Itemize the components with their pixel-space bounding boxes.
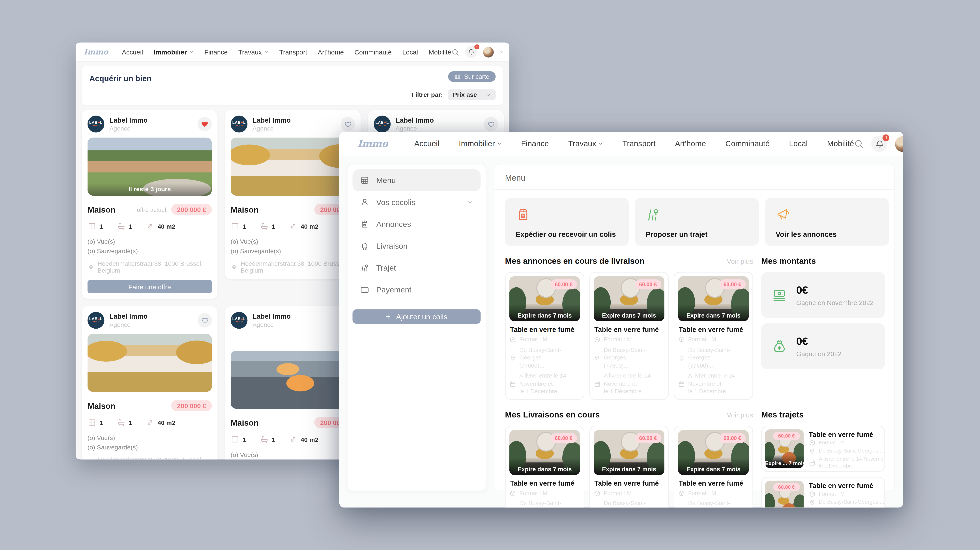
delivery-card[interactable]: 60.00 € Expire dans 7 mois Table en verr… xyxy=(589,272,669,400)
nav-accueil[interactable]: Accueil xyxy=(122,48,143,56)
nav-immobilier[interactable]: Immobilier xyxy=(154,48,194,56)
megaphone-icon xyxy=(776,207,791,222)
agency-logo: LAB≡LIMMO xyxy=(374,116,391,132)
nav-arthome[interactable]: Art'home xyxy=(318,48,344,56)
faire-une-offre-button[interactable]: Faire une offre xyxy=(88,280,212,293)
sidebar-item-menu[interactable]: Menu xyxy=(352,169,480,191)
expire-badge: Expire dans 7 mois xyxy=(509,458,580,475)
profile-chevron-icon[interactable] xyxy=(499,49,504,54)
cash-icon xyxy=(771,287,788,303)
expire-badge: Expire dans 7 mois xyxy=(509,304,580,321)
favorite-button[interactable] xyxy=(484,117,498,131)
favorite-button[interactable] xyxy=(197,117,212,131)
delivery-card[interactable]: 60.00 € Expire dans 7 mois Table en verr… xyxy=(505,426,584,508)
nav-arthome[interactable]: Art'home xyxy=(675,139,706,148)
property-photo[interactable] xyxy=(231,351,355,409)
ajouter-un-colis-button[interactable]: + Ajouter un colis xyxy=(352,309,480,324)
agency-name: Label Immo xyxy=(396,116,434,124)
notifications-button[interactable]: 1 xyxy=(465,46,478,58)
expire-badge: Expire dans 7 mois xyxy=(678,458,749,475)
page-title: Acquérir un bien xyxy=(89,74,151,83)
delivery-card[interactable]: 60.00 € Expire dans 7 mois Table en verr… xyxy=(505,272,584,400)
nav-local[interactable]: Local xyxy=(789,139,808,148)
action-voir-annonces[interactable]: Voir les annonces xyxy=(765,198,889,245)
area-value: 40 m2 xyxy=(158,223,175,230)
package-icon xyxy=(515,207,531,222)
price-badge: 60.00 € xyxy=(719,433,746,443)
action-proposer-trajet[interactable]: Proposer un trajet xyxy=(635,198,759,245)
baths-count: 1 xyxy=(129,419,132,426)
avatar[interactable] xyxy=(483,46,494,57)
heart-icon xyxy=(487,121,495,128)
immo-logo[interactable]: Immo xyxy=(358,138,388,149)
nav-accueil[interactable]: Accueil xyxy=(414,139,439,148)
item-photo: 60.00 € Expire dans 7 mois xyxy=(678,430,749,475)
section-title: Mes Livraisons en cours xyxy=(505,410,600,420)
sidebar-item-payement[interactable]: Payement xyxy=(352,279,480,300)
format-value: Format : M xyxy=(819,439,845,446)
cube-icon xyxy=(509,336,516,343)
nav-local[interactable]: Local xyxy=(402,48,418,56)
back-nav-bar: Immo Accueil Immobilier Finance Travaux … xyxy=(76,43,509,62)
search-icon[interactable] xyxy=(451,48,459,56)
section-montants: Mes montants 0€ Gagne en Novembre 2022 0… xyxy=(761,256,885,400)
bell-icon xyxy=(468,48,475,56)
location-value: De Bussy-Saint-Georges ... xyxy=(819,447,884,455)
favorite-button[interactable] xyxy=(197,313,212,327)
filter-label: Filtrer par: xyxy=(412,91,443,98)
delivery-card[interactable]: 60.00 € Expire dans 7 mois Table en verr… xyxy=(589,426,669,508)
nav-immobilier[interactable]: Immobilier xyxy=(459,139,502,148)
delivery-card[interactable]: 60.00 € Expire dans 7 mois Table en verr… xyxy=(674,426,753,508)
agency-kind: Agence xyxy=(396,125,434,132)
expire-badge: Expire dans 7 mois xyxy=(593,304,664,321)
sidebar-item-annonces[interactable]: Annonces xyxy=(352,213,480,235)
expire-badge: Expire dans 7 mois xyxy=(593,458,664,475)
avatar[interactable] xyxy=(895,136,903,151)
voir-plus-link[interactable]: Voir plus xyxy=(727,258,753,265)
sidebar-item-vos-cocolis[interactable]: Vos cocolis xyxy=(352,191,480,213)
nav-travaux[interactable]: Travaux xyxy=(568,139,603,148)
sidebar-item-livraison[interactable]: Livraison xyxy=(352,235,480,257)
plus-icon: + xyxy=(386,312,391,321)
chevron-down-icon xyxy=(496,141,502,146)
nav-finance[interactable]: Finance xyxy=(521,139,549,148)
search-icon[interactable] xyxy=(854,139,864,149)
main-panel: Menu Expédier ou recevoir un colis Propo… xyxy=(494,164,895,491)
package-icon xyxy=(360,219,369,229)
sur-carte-button[interactable]: Sur carte xyxy=(448,71,495,82)
nav-transport[interactable]: Transport xyxy=(279,48,307,56)
voir-plus-link[interactable]: Voir plus xyxy=(727,411,753,418)
property-photo[interactable] xyxy=(231,138,355,196)
immo-logo[interactable]: Immo xyxy=(84,48,108,56)
property-title: Maison xyxy=(231,418,259,428)
saved-count: (o) Sauvegardé(s) xyxy=(88,443,212,452)
views-count: (o) Vue(s) xyxy=(231,237,355,246)
bathtub-icon xyxy=(117,418,126,427)
trajet-card[interactable]: 60.00 € Expire ... 7 mois Table en verre… xyxy=(761,426,885,472)
nav-transport[interactable]: Transport xyxy=(622,139,655,148)
nav-comminaute[interactable]: Comminauté xyxy=(355,48,391,56)
nav-travaux[interactable]: Travaux xyxy=(239,48,269,56)
chevron-down-icon xyxy=(485,92,491,97)
heart-icon xyxy=(200,120,209,128)
item-title: Table en verre fumé xyxy=(594,479,664,487)
delivery-card[interactable]: 60.00 € Expire dans 7 mois Table en verr… xyxy=(674,272,753,400)
action-expedier-colis[interactable]: Expédier ou recevoir un colis xyxy=(505,198,629,245)
nav-mobilite[interactable]: Mobilité xyxy=(429,48,452,56)
days-left-badge: Il reste 3 jours xyxy=(88,183,212,196)
sidebar-item-trajet[interactable]: Trajet xyxy=(352,257,480,279)
property-photo[interactable] xyxy=(88,334,212,392)
item-photo: 60.00 € Expire dans 7 mois xyxy=(509,276,580,321)
property-photo[interactable]: Il reste 3 jours xyxy=(88,138,212,196)
property-title: Maison xyxy=(88,401,116,410)
trajet-card[interactable]: 60.00 € Expire ... 7 mois Table en verre… xyxy=(761,477,885,507)
nav-comminaute[interactable]: Comminauté xyxy=(725,139,770,148)
amount-value: 0€ xyxy=(796,284,874,297)
item-title: Table en verre fumé xyxy=(594,326,664,333)
sort-select[interactable]: Prix asc xyxy=(448,89,495,100)
notifications-button[interactable]: 1 xyxy=(872,136,888,152)
favorite-button[interactable] xyxy=(341,117,355,131)
agency-kind: Agence xyxy=(253,125,291,132)
nav-mobilite[interactable]: Mobilité xyxy=(827,139,854,148)
nav-finance[interactable]: Finance xyxy=(204,48,228,56)
